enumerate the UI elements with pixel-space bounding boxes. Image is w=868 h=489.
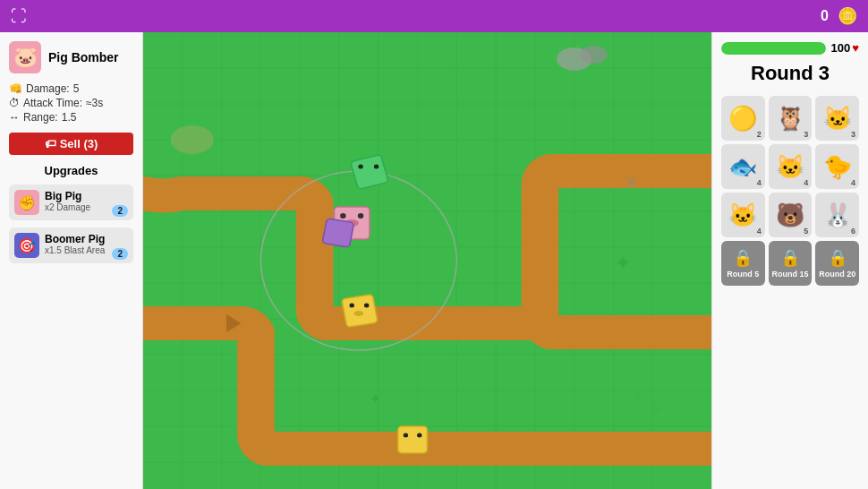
- tower-grid: 🟡 2 🦉 3 🐱 3 🐟 4 🐱 4 🐤 4: [721, 96, 859, 286]
- svg-text:✕: ✕: [623, 173, 640, 193]
- svg-rect-44: [342, 294, 379, 327]
- svg-point-50: [417, 433, 421, 438]
- round-title: Round 3: [721, 62, 859, 85]
- tower-cell-icon-4: 🐱: [776, 155, 804, 178]
- upgrade-cost-1: 2: [112, 205, 128, 217]
- damage-stat: 👊 Damage: 5: [9, 82, 133, 95]
- expand-icon[interactable]: ⛶: [11, 7, 27, 26]
- svg-text:✦: ✦: [614, 252, 632, 274]
- tower-cell-num-3: 4: [757, 178, 762, 187]
- range-label: Range:: [23, 111, 58, 124]
- tower-cell-num-2: 3: [851, 130, 855, 139]
- coin-count: 0: [821, 8, 829, 24]
- heart-icon: ♥: [852, 41, 859, 55]
- tower-cell-num-1: 3: [804, 130, 808, 139]
- health-bar-container: 100 ♥: [721, 41, 859, 55]
- tower-cell-5[interactable]: 🐤 4: [815, 144, 859, 189]
- tower-cell-icon-8: 🐰: [823, 203, 852, 227]
- tower-cell-num-6: 4: [757, 227, 762, 236]
- svg-point-37: [340, 213, 346, 219]
- upgrade-icon-2: 🎯: [14, 233, 39, 258]
- tower-cell-1[interactable]: 🦉 3: [769, 96, 813, 141]
- tower-cell-icon-3: 🐟: [728, 155, 757, 178]
- svg-rect-48: [398, 426, 428, 453]
- svg-point-38: [358, 213, 364, 219]
- tower-cell-0[interactable]: 🟡 2: [721, 96, 765, 141]
- tower-cell-num-5: 4: [851, 178, 855, 187]
- svg-point-29: [580, 46, 608, 64]
- svg-point-49: [404, 433, 408, 438]
- upgrade-name-2: Boomer Pig: [45, 233, 128, 245]
- damage-icon: 👊: [9, 82, 22, 95]
- health-text: 100 ♥: [831, 41, 859, 55]
- upgrade-icon-1: ✊: [14, 190, 39, 215]
- upgrade-card-2[interactable]: 🎯 Boomer Pig x1.5 Blast Area 2: [9, 227, 133, 263]
- upgrade-name-1: Big Pig: [45, 190, 128, 202]
- tower-cell-8[interactable]: 🐰 6: [815, 193, 859, 237]
- tower-cell-11: 🔒 Round 20: [815, 241, 859, 286]
- sell-icon: 🏷: [45, 137, 56, 150]
- right-panel: 100 ♥ Round 3 🟡 2 🦉 3 🐱 3 🐟 4: [711, 32, 868, 489]
- tower-cell-num-8: 6: [851, 227, 855, 236]
- tower-cell-num-4: 4: [804, 178, 808, 187]
- tower-cell-num-0: 2: [757, 130, 762, 139]
- health-value: 100: [831, 41, 851, 55]
- sell-label: Sell (3): [60, 137, 98, 150]
- lock-icon-9: 🔒: [733, 248, 753, 268]
- svg-rect-43: [322, 219, 354, 247]
- health-bar-fill: [721, 42, 826, 55]
- svg-text:○: ○: [652, 402, 660, 416]
- lock-icon-11: 🔒: [828, 248, 847, 268]
- svg-point-42: [374, 165, 379, 169]
- tower-cell-4[interactable]: 🐱 4: [769, 144, 813, 189]
- damage-value: 5: [73, 82, 80, 95]
- tower-cell-10: 🔒 Round 15: [769, 241, 813, 286]
- svg-point-45: [349, 304, 353, 308]
- tower-cell-2[interactable]: 🐱 3: [815, 96, 859, 141]
- upgrade-card-1[interactable]: ✊ Big Pig x2 Damage 2: [9, 184, 133, 220]
- locked-overlay-11: 🔒 Round 20: [817, 243, 857, 284]
- svg-text:✦: ✦: [369, 391, 382, 408]
- svg-point-47: [353, 311, 363, 316]
- tower-cell-7[interactable]: 🐻 5: [769, 193, 813, 237]
- topbar: ⛶ 0 🪙: [0, 0, 868, 32]
- left-panel: 🐷 Pig Bomber 👊 Damage: 5 ⏱ Attack Time: …: [0, 32, 143, 489]
- tower-name: Pig Bomber: [48, 50, 119, 65]
- attack-time-icon: ⏱: [9, 97, 20, 109]
- tower-cell-icon-0: 🟡: [728, 107, 757, 130]
- range-value: 1.5: [62, 111, 77, 124]
- locked-overlay-10: 🔒 Round 15: [770, 243, 811, 284]
- tower-cell-icon-7: 🐻: [776, 203, 804, 227]
- tower-header: 🐷 Pig Bomber: [9, 41, 133, 73]
- tower-cell-6[interactable]: 🐱 4: [721, 193, 765, 237]
- damage-label: Damage:: [26, 82, 70, 95]
- tower-cell-icon-5: 🐤: [823, 155, 852, 178]
- upgrade-cost-2: 2: [112, 248, 128, 260]
- upgrades-title: Upgrades: [9, 164, 133, 177]
- lock-icon-10: 🔒: [780, 248, 800, 268]
- attack-time-value: ≈3s: [86, 97, 103, 109]
- tower-cell-icon-1: 🦉: [776, 107, 804, 130]
- tower-cell-9: 🔒 Round 5: [721, 241, 765, 286]
- tower-cell-3[interactable]: 🐟 4: [721, 144, 765, 189]
- svg-point-30: [171, 125, 214, 154]
- range-stat: ↔ Range: 1.5: [9, 111, 133, 124]
- locked-label-9: Round 5: [727, 270, 759, 279]
- game-area[interactable]: ✕ ✦ ✦ ○ ○: [143, 32, 711, 489]
- svg-point-46: [364, 304, 369, 308]
- tower-cell-num-7: 5: [804, 227, 808, 236]
- tower-icon: 🐷: [9, 41, 41, 73]
- sell-button[interactable]: 🏷 Sell (3): [9, 133, 133, 155]
- svg-point-41: [358, 165, 362, 169]
- game-map: ✕ ✦ ✦ ○ ○: [143, 32, 711, 489]
- tower-cell-icon-2: 🐱: [823, 107, 852, 130]
- locked-label-10: Round 15: [771, 270, 808, 279]
- svg-text:○: ○: [633, 389, 641, 402]
- range-icon: ↔: [9, 111, 20, 124]
- health-bar-bg: [721, 42, 826, 55]
- tower-stats: 👊 Damage: 5 ⏱ Attack Time: ≈3s ↔ Range: …: [9, 82, 133, 124]
- attack-time-label: Attack Time:: [23, 97, 82, 109]
- attack-time-stat: ⏱ Attack Time: ≈3s: [9, 97, 133, 109]
- locked-label-11: Round 20: [819, 270, 855, 279]
- main-layout: 🐷 Pig Bomber 👊 Damage: 5 ⏱ Attack Time: …: [0, 32, 868, 489]
